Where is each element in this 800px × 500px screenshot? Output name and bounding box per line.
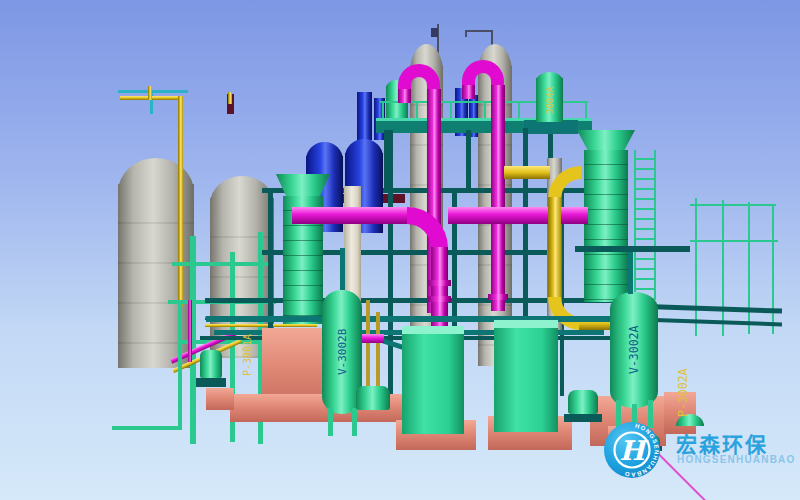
hongsen-logo-icon: HONGSENHUANBAO H <box>604 422 660 478</box>
tag-vessel-a: V-3002A <box>610 292 658 408</box>
gooseneck-2-tip <box>462 85 475 99</box>
deck-railing-post <box>450 101 452 118</box>
pipe-run-right <box>640 318 782 327</box>
magenta-header <box>292 207 412 224</box>
pump-center-elbow <box>362 334 384 343</box>
vessel-leg <box>352 408 357 436</box>
yellow-header-top <box>504 166 550 179</box>
deck-railing-post <box>416 101 418 118</box>
pump-center-pipe <box>366 300 370 388</box>
column-3004A-shell: 3004A <box>536 78 563 122</box>
exchanger-ladder <box>634 150 656 300</box>
tag-pump-left: P-3001A <box>240 316 254 394</box>
vessel-leg <box>328 408 333 436</box>
yellow-riser-right <box>548 197 561 297</box>
pump-right-body <box>568 390 598 414</box>
vessel-V3002A: V-3002A <box>610 292 658 408</box>
column-pedestal <box>524 120 578 134</box>
railing-post <box>748 202 750 334</box>
railing-post <box>772 204 774 334</box>
pump-right-base <box>564 414 602 422</box>
logo-monogram: H <box>619 435 649 466</box>
hongsen-logo: HONGSENHUANBAO H 宏森环保 HONGSENHUANBAO <box>602 420 798 482</box>
tank-top-pipe-cyan <box>118 90 188 93</box>
tank-nozzle <box>228 92 232 104</box>
pump-center-pipe <box>376 312 380 388</box>
pipe-flange <box>428 296 451 302</box>
3d-viewport[interactable]: 3004A <box>0 0 800 500</box>
frame-post <box>388 130 393 398</box>
box-tank-1 <box>402 326 464 434</box>
deck-railing-post <box>382 101 384 118</box>
logo-name-english: HONGSENHUANBAO <box>677 454 795 465</box>
box-tank-2 <box>494 320 558 432</box>
railing-rail <box>690 240 778 242</box>
trestle-beam <box>172 262 272 266</box>
railing-post <box>695 198 697 336</box>
vent-line <box>465 30 493 32</box>
deck-railing-post <box>518 101 520 118</box>
pump-left-motor <box>200 350 222 378</box>
exchanger-right-stack <box>584 150 628 302</box>
gooseneck-2-riser <box>491 85 505 311</box>
blue-column <box>357 92 372 140</box>
pipe-flange <box>488 294 508 300</box>
vessel-b-top-pipe <box>340 248 345 290</box>
deck-railing-post <box>585 101 587 118</box>
vessel-a-top-pipe <box>628 252 633 294</box>
vent-line <box>465 30 467 37</box>
deck-leg <box>466 130 471 190</box>
trestle-beam <box>178 340 274 344</box>
magenta-header-2 <box>448 207 588 224</box>
instrument-flag <box>431 28 438 37</box>
ground-pipe <box>206 316 626 322</box>
railing-post <box>722 200 724 336</box>
tag-top-column: 3004A <box>536 78 563 122</box>
deck-railing-post <box>484 101 486 118</box>
pipe-yellow-run <box>205 324 317 327</box>
exchanger-right-hopper <box>577 130 635 152</box>
yellow-riser <box>178 96 183 306</box>
gooseneck-1-tip <box>398 89 411 103</box>
small-line-green <box>112 426 182 430</box>
pump-left-base <box>196 378 226 387</box>
small-line-green <box>178 300 182 430</box>
pump-center-body <box>356 386 390 410</box>
tank-nozzle <box>148 86 152 100</box>
railing-rail <box>690 204 776 206</box>
pipe-flange <box>428 280 451 286</box>
foundation-small <box>206 388 234 410</box>
pipe-magenta-drop <box>188 300 192 362</box>
